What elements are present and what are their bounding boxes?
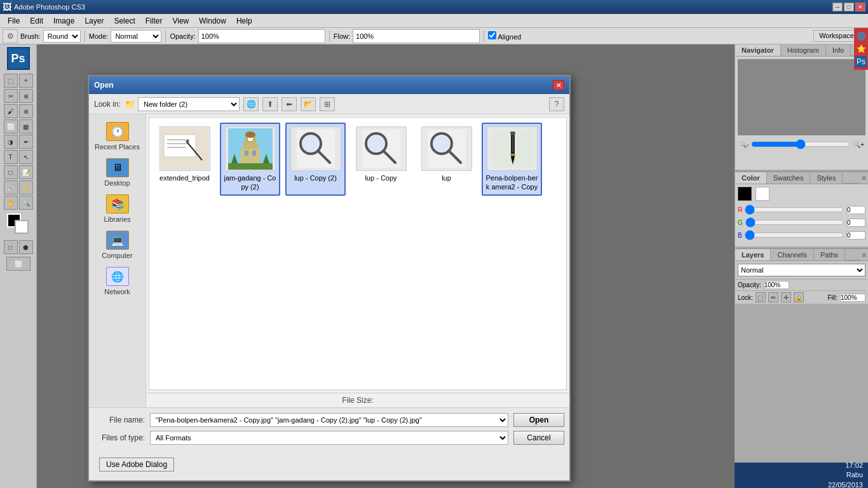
dialog-open-button[interactable]: Open <box>513 413 564 427</box>
minimize-button[interactable]: ─ <box>832 3 843 11</box>
channels-tab[interactable]: Channels <box>771 249 813 261</box>
flow-input[interactable] <box>353 29 480 43</box>
lock-transparent-btn[interactable]: ⬚ <box>756 292 766 302</box>
menu-image[interactable]: Image <box>48 15 79 27</box>
background-color[interactable] <box>15 220 29 234</box>
nav-up-btn[interactable]: ⬆ <box>262 97 278 111</box>
pen-tool[interactable]: ✒ <box>19 135 33 149</box>
file-item-lup-copy2[interactable]: lup - Copy (2) <box>285 123 346 196</box>
menu-edit[interactable]: Edit <box>25 15 48 27</box>
win-ie-icon[interactable]: 🌐 <box>855 30 867 42</box>
histogram-tab[interactable]: Histogram <box>781 44 826 56</box>
healing-tool[interactable]: ⊕ <box>19 89 33 103</box>
zoom-tool[interactable]: 🔍 <box>19 196 33 210</box>
layers-panel-menu[interactable]: ≡ <box>860 249 868 261</box>
menu-help[interactable]: Help <box>231 15 257 27</box>
file-item-pena-bolpen[interactable]: Pena-bolpen-berk amera2 - Copy <box>482 123 542 196</box>
marquee-tool[interactable]: ⬚ <box>4 74 18 88</box>
opacity-input[interactable] <box>198 29 325 43</box>
screen-mode[interactable]: ⬜ <box>6 257 31 271</box>
eraser-tool[interactable]: ⬜ <box>4 119 18 133</box>
navigator-tab[interactable]: Navigator <box>735 44 781 56</box>
brush-tool[interactable]: 🖌 <box>4 104 18 118</box>
close-button[interactable]: ✕ <box>855 3 865 11</box>
blend-mode-select[interactable]: Normal <box>738 264 865 276</box>
sidebar-recent-places[interactable]: 🕐 Recent Places <box>92 119 143 153</box>
win-ps-side-icon[interactable]: Ps <box>855 56 867 67</box>
notes-tool[interactable]: 📝 <box>19 165 33 179</box>
r-slider[interactable] <box>745 205 844 215</box>
dialog-cancel-button[interactable]: Cancel <box>513 431 564 445</box>
nav-internet-btn[interactable]: 🌐 <box>243 97 259 111</box>
view-menu-btn[interactable]: ⊞ <box>320 97 335 111</box>
info-tab[interactable]: Info <box>826 44 851 56</box>
lasso-tool[interactable]: ⌖ <box>19 74 33 88</box>
file-item-extended-tripod[interactable]: extended_tripod <box>154 123 215 196</box>
file-name-input[interactable]: "Pena-bolpen-berkamera2 - Copy.jpg" "jam… <box>150 413 508 427</box>
nav-prev-btn[interactable]: ⬅ <box>281 97 297 111</box>
gradient-tool[interactable]: ▦ <box>19 119 33 133</box>
shape-tool[interactable]: □ <box>4 165 18 179</box>
eyedropper-tool[interactable]: 💉 <box>4 180 18 194</box>
win-star-icon[interactable]: ⭐ <box>855 43 867 55</box>
lock-image-btn[interactable]: ✏ <box>768 292 778 302</box>
lock-all-btn[interactable]: 🔒 <box>794 292 804 302</box>
styles-tab[interactable]: Styles <box>810 172 843 184</box>
dialog-help-btn[interactable]: ? <box>549 97 564 111</box>
zoom-in-icon[interactable]: 🔍+ <box>853 141 864 148</box>
brush-select[interactable]: Round <box>43 30 81 43</box>
g-slider[interactable] <box>745 217 844 227</box>
swatches-tab[interactable]: Swatches <box>767 172 811 184</box>
dialog-close-button[interactable]: ✕ <box>553 80 564 90</box>
file-item-lup[interactable]: lup <box>416 123 477 196</box>
r-input[interactable] <box>846 206 865 214</box>
standard-mode[interactable]: □ <box>4 240 18 254</box>
use-adobe-dialog-button[interactable]: Use Adobe Dialog <box>99 458 174 471</box>
path-select-tool[interactable]: ↖ <box>19 150 33 164</box>
fill-input-panel[interactable] <box>840 294 865 302</box>
maximize-button[interactable]: □ <box>844 3 854 11</box>
sidebar-libraries[interactable]: 📚 Libraries <box>92 192 143 226</box>
zoom-slider[interactable] <box>751 139 850 149</box>
crop-tool[interactable]: ✂ <box>4 89 18 103</box>
layers-tab[interactable]: Layers <box>735 249 771 261</box>
dodge-tool[interactable]: ◑ <box>4 135 18 149</box>
color-tab[interactable]: Color <box>735 172 767 184</box>
network-icon: 🌐 <box>106 267 129 286</box>
create-folder-btn[interactable]: 📂 <box>301 97 316 111</box>
look-in-select[interactable]: New folder (2) <box>138 97 240 111</box>
hand-tool[interactable]: ✋ <box>4 196 18 210</box>
menu-file[interactable]: File <box>3 15 25 27</box>
mode-select[interactable]: Normal <box>111 30 161 43</box>
paths-tab[interactable]: Paths <box>814 249 845 261</box>
sidebar-desktop[interactable]: 🖥 Desktop <box>92 156 143 189</box>
b-input[interactable] <box>846 231 865 240</box>
aligned-checkbox[interactable] <box>488 31 496 39</box>
menu-view[interactable]: View <box>167 15 194 27</box>
menu-layer[interactable]: Layer <box>79 15 109 27</box>
type-tool[interactable]: T <box>4 150 18 164</box>
zoom-out-icon[interactable]: 🔍- <box>739 141 749 148</box>
color-panel-menu[interactable]: ≡ <box>860 172 868 184</box>
opacity-input-panel[interactable] <box>764 281 789 289</box>
sidebar-computer[interactable]: 💻 Computer <box>92 228 143 262</box>
separator-4 <box>484 30 484 42</box>
menu-filter[interactable]: Filter <box>140 15 168 27</box>
file-item-lup-copy[interactable]: lup - Copy <box>351 123 411 196</box>
file-item-jam-gadang[interactable]: jam-gadang - Copy (2) <box>220 123 280 196</box>
tool-options-icon[interactable]: ⚙ <box>3 29 18 43</box>
files-of-type-select[interactable]: All Formats <box>150 431 508 445</box>
background-swatch[interactable] <box>756 187 770 201</box>
g-input[interactable] <box>846 219 865 227</box>
menu-select[interactable]: Select <box>109 15 140 27</box>
file-name-jam-gadang: jam-gadang - Copy (2) <box>224 173 276 192</box>
b-slider[interactable] <box>745 230 844 240</box>
sidebar-network[interactable]: 🌐 Network <box>92 264 143 298</box>
measure-tool[interactable]: 📏 <box>19 180 33 194</box>
lock-move-btn[interactable]: ✛ <box>781 292 791 302</box>
quick-mask-mode[interactable]: ⬟ <box>19 240 33 254</box>
menu-bar: File Edit Image Layer Select Filter View… <box>0 14 868 28</box>
menu-window[interactable]: Window <box>194 15 231 27</box>
clone-tool[interactable]: ⊗ <box>19 104 33 118</box>
foreground-swatch[interactable] <box>738 187 752 201</box>
